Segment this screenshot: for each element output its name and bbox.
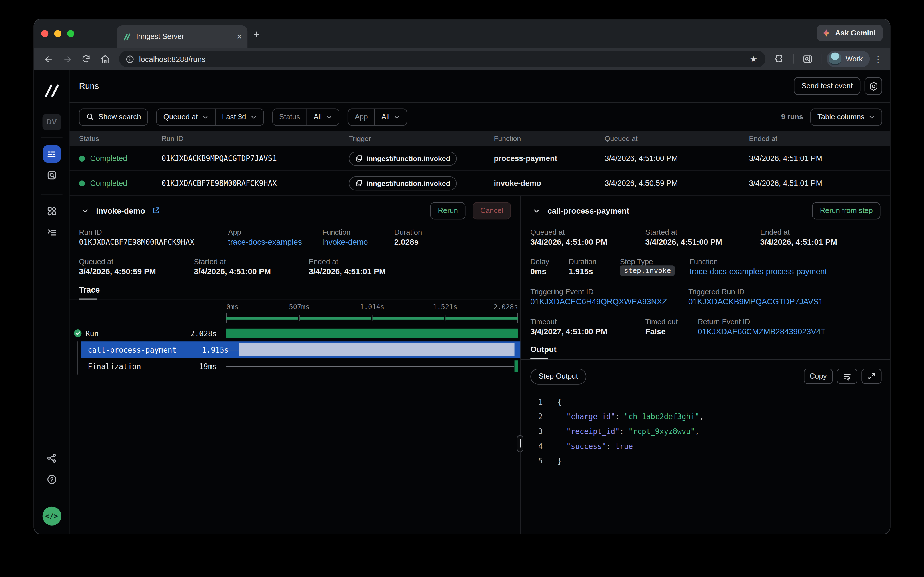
dev-code-button[interactable]: </> [42, 507, 61, 525]
return-event-id-link[interactable]: 01KJXDAE66CMZMB28439023V4T [698, 327, 826, 336]
send-test-event-button[interactable]: Send test event [794, 77, 860, 95]
queued-at-label: Queued at [79, 258, 113, 266]
duration-label: Duration [394, 228, 422, 237]
run-id-label: Run ID [79, 228, 102, 237]
queued-at-label: Queued at [530, 228, 564, 237]
settings-button[interactable] [865, 77, 882, 95]
status-badge: Completed [90, 154, 127, 163]
tab-trace[interactable]: Trace [79, 285, 100, 294]
trigger-pill[interactable]: inngest/function.invoked [349, 176, 456, 190]
trace-rows: Run 2.028s call-process-payment 1.915s [69, 325, 520, 374]
trace-bar-finalization[interactable] [514, 360, 518, 372]
inngest-favicon [122, 32, 132, 41]
browser-tab[interactable]: Inngest Server × [117, 26, 247, 48]
trace-row-finalization[interactable]: Finalization 19ms [69, 358, 520, 375]
home-icon[interactable] [96, 51, 113, 67]
trace-bar-run[interactable] [226, 329, 518, 338]
trace-span-name: call-process-payment [88, 345, 176, 354]
function-link[interactable]: invoke-demo [322, 238, 368, 247]
expand-button[interactable] [861, 369, 881, 384]
close-window-button[interactable] [41, 30, 48, 37]
window-controls[interactable] [41, 30, 74, 37]
help-button[interactable] [43, 471, 61, 488]
step-output-code[interactable]: 1{2 "charge_id": "ch_1abc2def3ghi",3 "re… [521, 395, 890, 468]
collapse-chevron-icon[interactable] [82, 207, 89, 214]
browser-menu-icon[interactable]: ⋮ [872, 54, 884, 64]
duration-value: 2.028s [394, 238, 419, 247]
chevron-down-icon [869, 113, 875, 120]
table-columns-label: Table columns [818, 113, 865, 121]
reload-icon[interactable] [78, 51, 94, 67]
step-type-badge: step.invoke [620, 265, 675, 276]
cancel-button[interactable]: Cancel [472, 202, 511, 219]
trace-bar-step[interactable] [239, 343, 514, 356]
code-line: 2 "charge_id": "ch_1abc2def3ghi", [521, 409, 890, 424]
table-columns-button[interactable]: Table columns [810, 108, 882, 125]
started-at-value: 3/4/2026, 4:51:00 PM [645, 238, 722, 247]
rerun-button[interactable]: Rerun [430, 202, 466, 219]
timeline-minimap[interactable] [226, 313, 518, 322]
time-range-select[interactable]: Last 3d [215, 109, 263, 125]
app-link[interactable]: trace-docs-examples [228, 238, 302, 247]
url-bar[interactable]: localhost:8288/runs ★ [119, 51, 766, 67]
forward-icon[interactable] [59, 51, 76, 67]
env-badge[interactable]: DV [42, 114, 61, 131]
table-row[interactable]: Completed 01KJXDACBF7E98M00RAFCK9HAX inn… [69, 171, 890, 196]
sidebar-item-runs[interactable] [43, 145, 61, 163]
extensions-icon[interactable] [771, 51, 788, 67]
share-icon [46, 453, 57, 464]
status-filter[interactable]: Status All [272, 108, 339, 125]
send-test-event-label: Send test event [802, 82, 853, 90]
profile-button[interactable]: Work [827, 51, 870, 67]
new-tab-button[interactable]: + [254, 29, 260, 39]
side-panel-icon[interactable] [799, 51, 816, 67]
trace-row-run[interactable]: Run 2.028s [69, 325, 520, 342]
tab-output[interactable]: Output [530, 345, 556, 354]
column-status: Status [69, 134, 161, 143]
collapse-chevron-icon[interactable] [533, 207, 541, 214]
pane-resize-handle[interactable] [517, 435, 524, 452]
queued-at-value: 3/4/2026, 4:51:00 PM [530, 238, 607, 247]
trace-tree-guide [77, 342, 78, 375]
run-detail-pane: invoke-demo Rerun Cancel Run ID 01KJXDAC… [69, 197, 521, 534]
sidebar-item-functions[interactable] [43, 224, 61, 241]
show-search-button[interactable]: Show search [79, 108, 148, 125]
search-icon [86, 113, 94, 121]
triggered-run-id-link[interactable]: 01KJXDACKB9MPQACGTDP7JAVS1 [688, 297, 823, 306]
timeout-label: Timeout [530, 318, 556, 326]
code-line: 5} [521, 453, 890, 468]
trigger-pill[interactable]: inngest/function.invoked [349, 151, 456, 166]
doc-search-icon [46, 170, 57, 181]
copy-button[interactable]: Copy [804, 369, 832, 384]
run-id-value: 01KJXDACBF7E98M00RAFCK9HAX [79, 238, 194, 247]
share-feedback-button[interactable] [43, 450, 61, 467]
triggering-event-id-link[interactable]: 01KJXDACEC6H49QRQXWEA93NXZ [530, 297, 667, 306]
word-wrap-button[interactable] [837, 369, 857, 384]
tab-close-icon[interactable]: × [237, 32, 242, 41]
show-search-label: Show search [98, 113, 141, 121]
avatar [829, 53, 841, 66]
table-row[interactable]: Completed 01KJXDACKB9MPQACGTDP7JAVS1 inn… [69, 147, 890, 171]
bookmark-star-icon[interactable]: ★ [745, 54, 762, 64]
url-text[interactable]: localhost:8288/runs [139, 55, 745, 63]
function-label: Function [689, 258, 718, 266]
minimize-window-button[interactable] [54, 30, 61, 37]
step-output-toggle[interactable]: Step Output [530, 368, 586, 384]
sidebar-item-events[interactable] [43, 166, 61, 184]
site-info-icon[interactable] [124, 53, 135, 65]
return-event-id-label: Return Event ID [698, 318, 750, 326]
sidebar-item-apps[interactable] [43, 202, 61, 220]
trace-row-call-process-payment[interactable]: call-process-payment 1.915s [82, 342, 521, 358]
function-link[interactable]: trace-docs-examples-process-payment [689, 267, 827, 276]
app-filter[interactable]: App All [348, 108, 407, 125]
external-link-icon[interactable] [152, 206, 161, 215]
time-field-select[interactable]: Queued at [157, 109, 215, 125]
ask-gemini-button[interactable]: Ask Gemini [817, 25, 883, 42]
back-icon[interactable] [40, 51, 56, 67]
maximize-window-button[interactable] [67, 30, 74, 37]
cancel-label: Cancel [480, 206, 503, 215]
main-content: Runs Send test event [69, 70, 890, 534]
step-title: call-process-payment [548, 206, 629, 215]
function-name: process-payment [494, 154, 604, 163]
rerun-from-step-button[interactable]: Rerun from step [812, 202, 880, 219]
